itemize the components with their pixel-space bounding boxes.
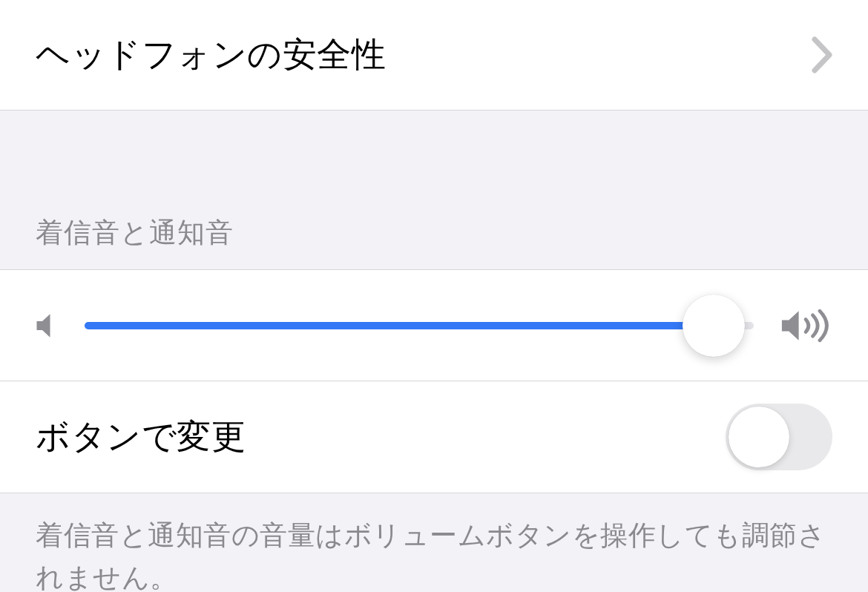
top-group: ヘッドフォンの安全性 xyxy=(0,0,868,111)
chevron-right-icon xyxy=(812,36,832,73)
toggle-knob xyxy=(729,407,789,467)
slider-fill xyxy=(85,322,714,329)
change-with-buttons-label: ボタンで変更 xyxy=(36,414,726,460)
slider-thumb[interactable] xyxy=(683,295,745,357)
footer-note: 着信音と通知音の音量はボリュームボタンを操作しても調節されません。 xyxy=(0,493,868,592)
volume-slider[interactable] xyxy=(85,270,754,381)
slider-track xyxy=(85,322,754,329)
headphone-safety-label: ヘッドフォンの安全性 xyxy=(36,32,812,78)
volume-low-icon xyxy=(36,312,58,340)
volume-high-icon xyxy=(780,308,832,343)
change-with-buttons-toggle[interactable] xyxy=(726,404,832,470)
headphone-safety-row[interactable]: ヘッドフォンの安全性 xyxy=(0,0,868,110)
ringer-group: ボタンで変更 xyxy=(0,269,868,493)
change-with-buttons-row: ボタンで変更 xyxy=(0,381,868,493)
volume-slider-row xyxy=(0,270,868,381)
ringer-section-header: 着信音と通知音 xyxy=(0,111,868,269)
